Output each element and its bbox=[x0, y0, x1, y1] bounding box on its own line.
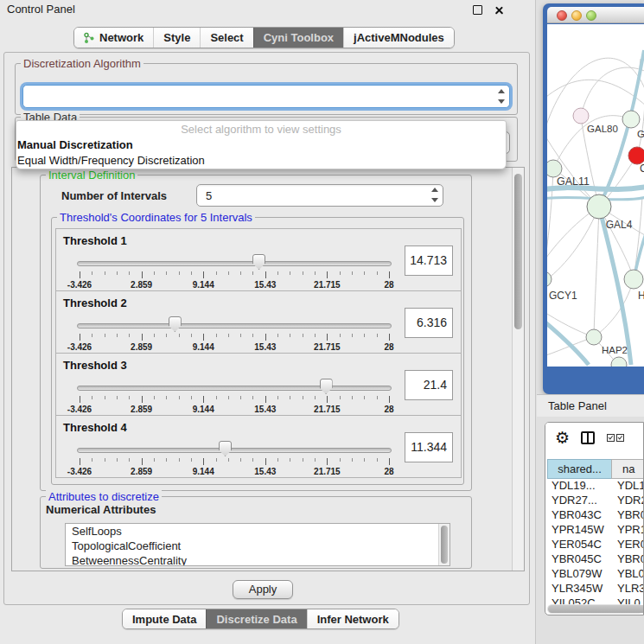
slider-thumb[interactable] bbox=[320, 379, 333, 394]
slider-track[interactable] bbox=[77, 323, 392, 328]
apply-button[interactable]: Apply bbox=[233, 580, 293, 599]
tick-mark bbox=[240, 334, 241, 337]
settings-scrollbar-thumb[interactable] bbox=[514, 174, 522, 329]
slider-track[interactable] bbox=[77, 261, 392, 266]
table-hscrollbar-thumb[interactable] bbox=[548, 605, 644, 613]
table-cell[interactable]: YBR0 bbox=[612, 552, 644, 567]
table-cell[interactable]: YDR27... bbox=[547, 494, 612, 508]
slider-tick-labels: -3.4262.8599.14415.4321.71528 bbox=[80, 280, 389, 290]
threshold-slider[interactable]: -3.4262.8599.14415.4321.71528 bbox=[77, 252, 392, 291]
combo-arrows-icon[interactable] bbox=[494, 86, 509, 107]
table-row[interactable]: YBL079WYBL0 bbox=[547, 567, 644, 582]
threshold-value-field[interactable]: 11.344 bbox=[405, 432, 453, 462]
table-cell[interactable]: YLR345W bbox=[547, 582, 612, 596]
table-cell[interactable]: YBR045C bbox=[547, 552, 612, 567]
minimize-traffic-light-icon[interactable] bbox=[571, 10, 582, 21]
tick-mark bbox=[92, 458, 92, 462]
table-cell[interactable]: YPR145W bbox=[547, 523, 612, 538]
slider-thumb[interactable] bbox=[169, 316, 182, 332]
slider-thumb[interactable] bbox=[252, 254, 265, 270]
settings-vertical-scrollbar[interactable] bbox=[512, 168, 524, 571]
float-window-icon[interactable] bbox=[473, 5, 482, 15]
tab-discretize-data[interactable]: Discretize Data bbox=[206, 609, 306, 628]
thresholds-group-title: Threshold's Coordinates for 5 Intervals bbox=[57, 211, 255, 224]
table-row[interactable]: YDL19...YDL1 bbox=[547, 479, 644, 494]
combo-arrows-icon[interactable] bbox=[427, 185, 443, 206]
network-node[interactable] bbox=[587, 194, 611, 219]
algorithm-combobox[interactable] bbox=[22, 85, 510, 108]
table-cell[interactable]: YDL19... bbox=[547, 479, 612, 494]
network-node[interactable] bbox=[586, 329, 602, 345]
column-header-name[interactable]: na bbox=[611, 459, 644, 479]
tick-mark bbox=[389, 396, 390, 403]
attributes-scrollbar-thumb[interactable] bbox=[441, 526, 448, 564]
table-row[interactable]: YDR27...YDR2 bbox=[547, 494, 644, 508]
window-title: Control Panel bbox=[7, 3, 75, 16]
number-of-intervals-combobox[interactable]: 5 bbox=[196, 184, 443, 207]
slider-track[interactable] bbox=[77, 448, 392, 453]
network-node[interactable] bbox=[547, 160, 562, 177]
zoom-traffic-light-icon[interactable] bbox=[586, 10, 596, 21]
select-columns-icon[interactable] bbox=[607, 434, 624, 442]
dropdown-option-manual-discretization[interactable]: Manual Discretization bbox=[16, 137, 506, 153]
threshold-label: Threshold 4 bbox=[63, 421, 127, 434]
network-node[interactable] bbox=[573, 108, 589, 124]
slider-track[interactable] bbox=[77, 386, 392, 391]
threshold-slider[interactable]: -3.4262.8599.14415.4321.71528 bbox=[77, 438, 392, 478]
close-traffic-light-icon[interactable] bbox=[557, 10, 567, 21]
table-row[interactable]: YLR345WYLR3 bbox=[547, 582, 644, 596]
tab-impute-data[interactable]: Impute Data bbox=[123, 609, 206, 628]
table-cell[interactable]: YBL0 bbox=[612, 567, 644, 582]
network-node[interactable] bbox=[547, 271, 552, 287]
network-canvas[interactable]: GAL80GACGAL11GAL4GCY1HHAP2 bbox=[547, 24, 644, 367]
tab-select[interactable]: Select bbox=[200, 28, 252, 48]
numerical-attributes-list[interactable]: SelfLoopsTopologicalCoefficientBetweenne… bbox=[65, 523, 450, 566]
network-node[interactable] bbox=[611, 357, 627, 367]
network-node[interactable] bbox=[628, 147, 644, 164]
threshold-value-field[interactable]: 21.4 bbox=[405, 370, 453, 400]
column-header-shared-name[interactable]: shared... bbox=[547, 459, 612, 479]
close-icon[interactable] bbox=[494, 4, 505, 16]
tab-jactivemnodules[interactable]: jActiveMNodules bbox=[343, 28, 454, 48]
tick-mark bbox=[252, 271, 253, 275]
threshold-value-field[interactable]: 14.713 bbox=[405, 245, 453, 276]
tick-label: 9.144 bbox=[193, 405, 214, 414]
tick-mark bbox=[327, 396, 328, 403]
table-cell[interactable]: YDR2 bbox=[612, 494, 644, 508]
table-row[interactable]: YER054CYER0 bbox=[547, 538, 644, 552]
tab-network[interactable]: Network bbox=[74, 28, 153, 48]
dropdown-option-equal-width-frequency[interactable]: Equal Width/Frequency Discretization bbox=[16, 153, 506, 169]
table-cell[interactable]: YBR043C bbox=[547, 508, 612, 523]
table-cell[interactable]: YDL1 bbox=[612, 479, 644, 494]
table-cell[interactable]: YPR1 bbox=[612, 523, 644, 538]
attribute-list-item[interactable]: TopologicalCoefficient bbox=[66, 539, 450, 553]
gear-icon[interactable]: ⚙ bbox=[555, 428, 570, 447]
attribute-list-item[interactable]: BetweennessCentrality bbox=[66, 553, 450, 566]
network-nodes[interactable] bbox=[547, 108, 644, 367]
table-cell[interactable]: YBL079W bbox=[547, 567, 612, 582]
threshold-slider[interactable]: -3.4262.8599.14415.4321.71528 bbox=[77, 314, 392, 354]
network-node[interactable] bbox=[624, 270, 643, 289]
table-row[interactable]: YBR043CYBR0 bbox=[547, 508, 644, 523]
network-node-label: GAL4 bbox=[606, 219, 633, 231]
tick-mark bbox=[216, 271, 217, 275]
threshold-value-field[interactable]: 6.316 bbox=[405, 308, 453, 338]
slider-thumb[interactable] bbox=[219, 441, 232, 456]
table-horizontal-scrollbar[interactable] bbox=[547, 604, 643, 614]
threshold-slider[interactable]: -3.4262.8599.14415.4321.71528 bbox=[77, 376, 392, 416]
table-row[interactable]: YBR045CYBR0 bbox=[547, 552, 644, 567]
tick-mark bbox=[179, 334, 180, 337]
tab-infer-network[interactable]: Infer Network bbox=[307, 609, 399, 628]
columns-icon[interactable] bbox=[581, 431, 595, 444]
tab-cyni-toolbox[interactable]: Cyni Toolbox bbox=[253, 28, 343, 48]
network-node[interactable] bbox=[622, 111, 640, 128]
table-row[interactable]: YPR145WYPR1 bbox=[547, 523, 644, 538]
table-cell[interactable]: YER054C bbox=[547, 538, 612, 552]
dropdown-placeholder-option[interactable]: Select algorithm to view settings bbox=[16, 121, 506, 137]
attributes-scrollbar[interactable] bbox=[438, 524, 450, 565]
table-cell[interactable]: YBR0 bbox=[612, 508, 644, 523]
table-cell[interactable]: YER0 bbox=[612, 538, 644, 552]
attribute-list-item[interactable]: SelfLoops bbox=[66, 524, 450, 539]
tab-style[interactable]: Style bbox=[153, 28, 200, 48]
table-cell[interactable]: YLR3 bbox=[612, 582, 644, 596]
